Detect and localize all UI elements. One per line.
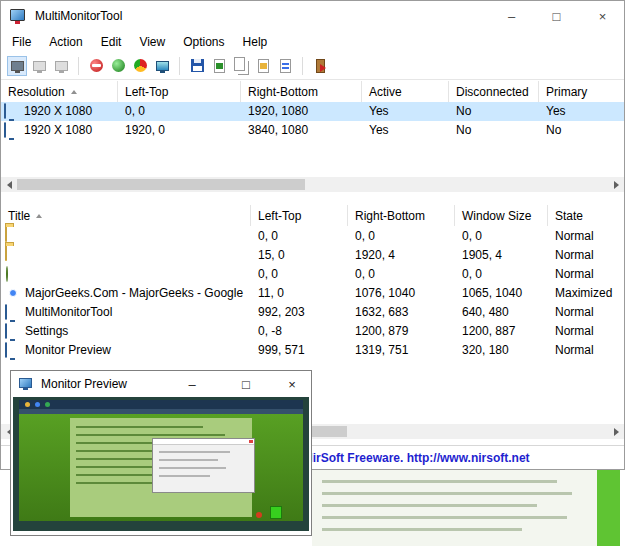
report-glyph (280, 59, 291, 73)
menu-file[interactable]: File (3, 33, 40, 51)
cell-state: Normal (555, 324, 623, 338)
cell-right-bottom: 3840, 1080 (248, 123, 358, 137)
column-state-label: State (555, 209, 583, 223)
thumb-tab-dot (35, 402, 40, 407)
toolbar-separator (78, 57, 79, 75)
column-disconnected[interactable]: Disconnected (449, 81, 539, 102)
monitor-glyph (55, 61, 68, 71)
monitor-row-2[interactable]: 1920 X 1080 1920, 0 3840, 1080 Yes No No (1, 121, 624, 140)
column-resolution[interactable]: Resolution (1, 81, 118, 102)
menu-view[interactable]: View (130, 33, 174, 51)
cell-window-size: 1065, 1040 (462, 286, 544, 300)
monitor-row-1[interactable]: 1920 X 1080 0, 0 1920, 1080 Yes No Yes (1, 102, 624, 121)
disable-monitor-icon[interactable] (29, 56, 49, 76)
window-row-6[interactable]: Settings 0, -8 1200, 879 1200, 887 Norma… (1, 322, 624, 341)
screen: MultiMonitorTool – □ × File Action Edit … (0, 0, 626, 546)
webpage-text-line (322, 528, 522, 531)
monitors-hscrollbar[interactable] (1, 177, 624, 192)
column-window-size[interactable]: Window Size (455, 205, 548, 226)
save-icon[interactable] (187, 56, 207, 76)
preview-icon[interactable] (108, 56, 128, 76)
export-html-icon[interactable] (209, 56, 229, 76)
menu-action[interactable]: Action (40, 33, 91, 51)
column-right-bottom[interactable]: Right-Bottom (348, 205, 455, 226)
cell-window-size: 0, 0 (462, 267, 544, 281)
cell-disconnected: No (456, 104, 536, 118)
cell-disconnected: No (456, 123, 536, 137)
scroll-right-button[interactable] (609, 177, 624, 192)
minimize-button[interactable]: – (489, 1, 534, 31)
scroll-right-button[interactable] (609, 424, 624, 439)
webpage-text-line (322, 492, 572, 495)
arrow-right-icon (614, 428, 623, 436)
enable-monitor-icon[interactable] (7, 56, 27, 76)
thumb-tab-dot (25, 402, 30, 407)
thumb-text-line (76, 426, 203, 428)
cell-resolution: 1920 X 1080 (24, 104, 116, 118)
monitor-icon (4, 104, 6, 118)
scrollbar-thumb[interactable] (17, 179, 305, 190)
column-left-top[interactable]: Left-Top (118, 81, 241, 102)
set-primary-icon[interactable] (86, 56, 106, 76)
monitor-icon (5, 324, 7, 338)
cell-left-top: 0, 0 (125, 104, 235, 118)
cell-left-top: 0, 0 (258, 229, 343, 243)
swirl-glyph (134, 59, 147, 72)
disconnect-monitor-icon[interactable] (51, 56, 71, 76)
close-button[interactable]: × (580, 1, 625, 31)
column-primary-label: Primary (546, 85, 587, 99)
cell-active: Yes (369, 123, 444, 137)
column-left-top[interactable]: Left-Top (251, 205, 348, 226)
cell-left-top: 0, 0 (258, 267, 343, 281)
preview-window-title: Monitor Preview (41, 377, 127, 391)
floppy-glyph (191, 59, 204, 72)
report-icon[interactable] (275, 56, 295, 76)
nirsoft-freeware-link[interactable]: NirSoft Freeware. http://www.nirsoft.net (304, 451, 530, 465)
column-left-top-label: Left-Top (125, 85, 168, 99)
cell-title: Settings (25, 324, 247, 338)
column-active-label: Active (369, 85, 402, 99)
cell-window-size: 1905, 4 (462, 248, 544, 262)
preview-close-button[interactable]: × (273, 371, 311, 397)
copy-glyph (234, 57, 245, 71)
preview-titlebar[interactable]: Monitor Preview – □ × (11, 371, 311, 397)
thumb-red-icon (256, 512, 262, 518)
window-row-1[interactable]: 0, 0 0, 0 0, 0 Normal (1, 227, 624, 246)
scroll-left-button[interactable] (1, 177, 16, 192)
refresh-icon[interactable] (130, 56, 150, 76)
column-title[interactable]: Title (1, 205, 251, 226)
preview-maximize-button[interactable]: □ (227, 371, 265, 397)
window-row-2[interactable]: 15, 0 1920, 4 1905, 4 Normal (1, 246, 624, 265)
monitor-config-icon[interactable] (152, 56, 172, 76)
maximize-button[interactable]: □ (534, 1, 579, 31)
column-primary[interactable]: Primary (539, 81, 624, 102)
toolbar-separator (179, 57, 180, 75)
column-right-bottom-label: Right-Bottom (355, 209, 425, 223)
menu-options[interactable]: Options (174, 33, 233, 51)
menu-help[interactable]: Help (234, 33, 277, 51)
cell-primary: No (546, 123, 621, 137)
column-state[interactable]: State (548, 205, 624, 226)
window-row-4[interactable]: MajorGeeks.Com - MajorGeeks - Google ...… (1, 284, 624, 303)
webpage-green-column (597, 470, 620, 546)
window-row-3[interactable]: 0, 0 0, 0 0, 0 Normal (1, 265, 624, 284)
copy-icon[interactable] (231, 56, 251, 76)
toolbar (1, 52, 624, 80)
cell-title: MultiMonitorTool (25, 305, 247, 319)
app-monitor-icon (10, 9, 25, 21)
arrow-right-icon (614, 181, 623, 189)
window-row-5[interactable]: MultiMonitorTool 992, 203 1632, 683 640,… (1, 303, 624, 322)
menu-edit[interactable]: Edit (92, 33, 131, 51)
cell-right-bottom: 0, 0 (355, 229, 450, 243)
titlebar[interactable]: MultiMonitorTool – □ × (1, 1, 624, 31)
thumb-dialog-line (159, 451, 229, 453)
column-right-bottom[interactable]: Right-Bottom (241, 81, 362, 102)
preview-minimize-button[interactable]: – (173, 371, 211, 397)
properties-icon[interactable] (253, 56, 273, 76)
column-active[interactable]: Active (362, 81, 449, 102)
sort-ascending-icon (71, 90, 77, 94)
column-disconnected-label: Disconnected (456, 85, 529, 99)
arrow-left-icon (3, 181, 12, 189)
exit-icon[interactable] (310, 56, 330, 76)
window-row-7[interactable]: Monitor Preview 999, 571 1319, 751 320, … (1, 341, 624, 360)
